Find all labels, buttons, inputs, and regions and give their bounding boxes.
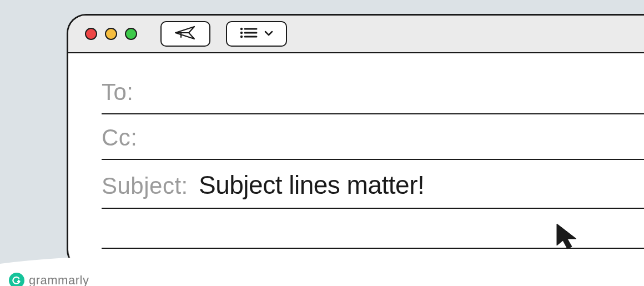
paper-plane-icon [174, 25, 197, 43]
svg-point-2 [240, 32, 243, 34]
grammarly-logo-icon [9, 273, 24, 286]
cc-field-row[interactable]: Cc: [102, 114, 644, 160]
compose-window: To: Cc: Subject: Subject lines matter! [67, 14, 644, 269]
list-icon [240, 27, 259, 41]
svg-point-0 [240, 28, 243, 30]
brand-name: grammarly [29, 273, 89, 286]
maximize-button[interactable] [125, 28, 137, 40]
brand-watermark: grammarly [9, 273, 89, 286]
compose-form: To: Cc: Subject: Subject lines matter! [68, 53, 644, 249]
close-button[interactable] [85, 28, 97, 40]
send-button[interactable] [160, 21, 210, 47]
minimize-button[interactable] [105, 28, 117, 40]
format-list-button[interactable] [226, 21, 287, 47]
chevron-down-icon [264, 29, 273, 39]
subject-label: Subject: [102, 173, 199, 199]
to-label: To: [102, 79, 199, 106]
titlebar [68, 16, 644, 53]
svg-point-4 [240, 36, 243, 38]
subject-field-row[interactable]: Subject: Subject lines matter! [102, 160, 644, 209]
subject-value: Subject lines matter! [199, 170, 424, 200]
body-area[interactable] [102, 209, 644, 249]
to-field-row[interactable]: To: [102, 69, 644, 114]
cc-label: Cc: [102, 124, 199, 151]
